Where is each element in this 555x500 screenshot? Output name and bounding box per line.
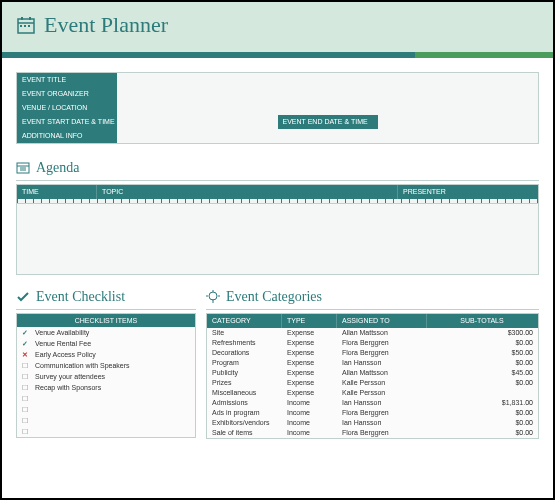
agenda-body[interactable]: [17, 204, 538, 274]
checklist-item-label: Venue Availability: [35, 329, 89, 336]
checklist-row[interactable]: ☐: [17, 404, 195, 415]
col-presenter: PRESENTER: [398, 185, 538, 199]
x-icon[interactable]: ✕: [22, 351, 30, 359]
cell-type: Expense: [284, 368, 339, 378]
field-event-title[interactable]: [117, 73, 538, 87]
checklist-row[interactable]: ✕Early Access Policy: [17, 349, 195, 360]
checkbox-icon[interactable]: ☐: [22, 395, 30, 403]
agenda-table: TIME TOPIC PRESENTER: [16, 184, 539, 275]
checklist-item-label: Venue Rental Fee: [35, 340, 91, 347]
cell-assigned: Allan Mattsson: [339, 328, 429, 338]
agenda-title: Agenda: [36, 160, 80, 176]
cell-assigned: Flora Berggren: [339, 338, 429, 348]
col-assigned: ASSIGNED TO: [337, 314, 427, 328]
checkbox-icon[interactable]: ☐: [22, 406, 30, 414]
checklist-row[interactable]: ☐: [17, 393, 195, 404]
field-start[interactable]: [117, 115, 278, 129]
checklist-row[interactable]: ✓Venue Rental Fee: [17, 338, 195, 349]
cell-category: Sale of items: [209, 428, 284, 438]
cell-assigned: Allan Mattsson: [339, 368, 429, 378]
checklist-item-label: Survey your attendees: [35, 373, 105, 380]
category-row[interactable]: RefreshmentsExpenseFlora Berggren$0.00: [207, 338, 538, 348]
checkbox-icon[interactable]: ☐: [22, 417, 30, 425]
cell-category: Ads in program: [209, 408, 284, 418]
cell-subtotal: $0.00: [429, 358, 536, 368]
cell-category: Site: [209, 328, 284, 338]
col-time: TIME: [17, 185, 97, 199]
category-row[interactable]: MiscellaneousExpenseKalle Persson: [207, 388, 538, 398]
checklist-header: CHECKLIST ITEMS: [17, 314, 195, 327]
field-end[interactable]: [378, 115, 539, 129]
col-topic: TOPIC: [97, 185, 398, 199]
cell-subtotal: $0.00: [429, 338, 536, 348]
cell-subtotal: $0.00: [429, 378, 536, 388]
page-header: Event Planner: [2, 2, 553, 52]
svg-rect-6: [28, 25, 30, 27]
label-additional: ADDITIONAL INFO: [17, 129, 117, 143]
cell-assigned: Flora Berggren: [339, 408, 429, 418]
cell-type: Expense: [284, 348, 339, 358]
cell-subtotal: $0.00: [429, 418, 536, 428]
checklist-row[interactable]: ✓Venue Availability: [17, 327, 195, 338]
col-category: CATEGORY: [207, 314, 282, 328]
checkbox-icon[interactable]: ☐: [22, 373, 30, 381]
cell-subtotal: $50.00: [429, 348, 536, 358]
checklist-row[interactable]: ☐Communication with Speakers: [17, 360, 195, 371]
cell-subtotal: $0.00: [429, 428, 536, 438]
cell-type: Expense: [284, 338, 339, 348]
checklist-item-label: Communication with Speakers: [35, 362, 130, 369]
cell-assigned: Flora Berggren: [339, 428, 429, 438]
cell-category: Prizes: [209, 378, 284, 388]
category-row[interactable]: DecorationsExpenseFlora Berggren$50.00: [207, 348, 538, 358]
checklist-row[interactable]: ☐Recap with Sponsors: [17, 382, 195, 393]
checkmark-icon[interactable]: ✓: [22, 329, 30, 337]
category-row[interactable]: Ads in programIncomeFlora Berggren$0.00: [207, 408, 538, 418]
category-row[interactable]: SiteExpenseAllan Mattsson$300.00: [207, 328, 538, 338]
cell-type: Income: [284, 398, 339, 408]
cell-type: Expense: [284, 388, 339, 398]
checklist-heading: Event Checklist: [16, 289, 196, 307]
cell-assigned: Ian Hansson: [339, 358, 429, 368]
cell-category: Publicity: [209, 368, 284, 378]
checklist-row[interactable]: ☐Survey your attendees: [17, 371, 195, 382]
checklist-item-label: Recap with Sponsors: [35, 384, 101, 391]
cell-subtotal: $45.00: [429, 368, 536, 378]
categories-table: CATEGORY TYPE ASSIGNED TO SUB-TOTALS Sit…: [206, 313, 539, 439]
category-row[interactable]: PublicityExpenseAllan Mattsson$45.00: [207, 368, 538, 378]
cell-assigned: Kalle Persson: [339, 388, 429, 398]
category-row[interactable]: Sale of itemsIncomeFlora Berggren$0.00: [207, 428, 538, 438]
checkmark-icon[interactable]: ✓: [22, 340, 30, 348]
lightbulb-icon: [206, 290, 220, 304]
svg-rect-5: [24, 25, 26, 27]
cell-subtotal: [429, 388, 536, 398]
svg-rect-2: [21, 17, 23, 20]
calendar-icon: [16, 15, 36, 35]
cell-type: Expense: [284, 328, 339, 338]
category-row[interactable]: PrizesExpenseKalle Persson$0.00: [207, 378, 538, 388]
category-row[interactable]: AdmissionsIncomeIan Hansson$1,831.00: [207, 398, 538, 408]
checklist-table: CHECKLIST ITEMS ✓Venue Availability✓Venu…: [16, 313, 196, 438]
category-row[interactable]: Exhibitors/vendorsIncomeIan Hansson$0.00: [207, 418, 538, 428]
field-organizer[interactable]: [117, 87, 538, 101]
cell-category: Refreshments: [209, 338, 284, 348]
field-venue[interactable]: [117, 101, 538, 115]
category-row[interactable]: ProgramExpenseIan Hansson$0.00: [207, 358, 538, 368]
checkbox-icon[interactable]: ☐: [22, 362, 30, 370]
page-title: Event Planner: [44, 12, 168, 38]
checklist-row[interactable]: ☐: [17, 415, 195, 426]
svg-point-11: [209, 292, 217, 300]
label-organizer: EVENT ORGANIZER: [17, 87, 117, 101]
cell-assigned: Ian Hansson: [339, 418, 429, 428]
label-end: EVENT END DATE & TIME: [278, 115, 378, 129]
checklist-row[interactable]: ☐: [17, 426, 195, 437]
label-venue: VENUE / LOCATION: [17, 101, 117, 115]
checkbox-icon[interactable]: ☐: [22, 384, 30, 392]
field-additional[interactable]: [117, 129, 538, 143]
cell-assigned: Kalle Persson: [339, 378, 429, 388]
cell-assigned: Flora Berggren: [339, 348, 429, 358]
cell-type: Income: [284, 418, 339, 428]
cell-subtotal: $300.00: [429, 328, 536, 338]
checkbox-icon[interactable]: ☐: [22, 428, 30, 436]
cell-type: Expense: [284, 358, 339, 368]
categories-heading: Event Categories: [206, 289, 539, 307]
